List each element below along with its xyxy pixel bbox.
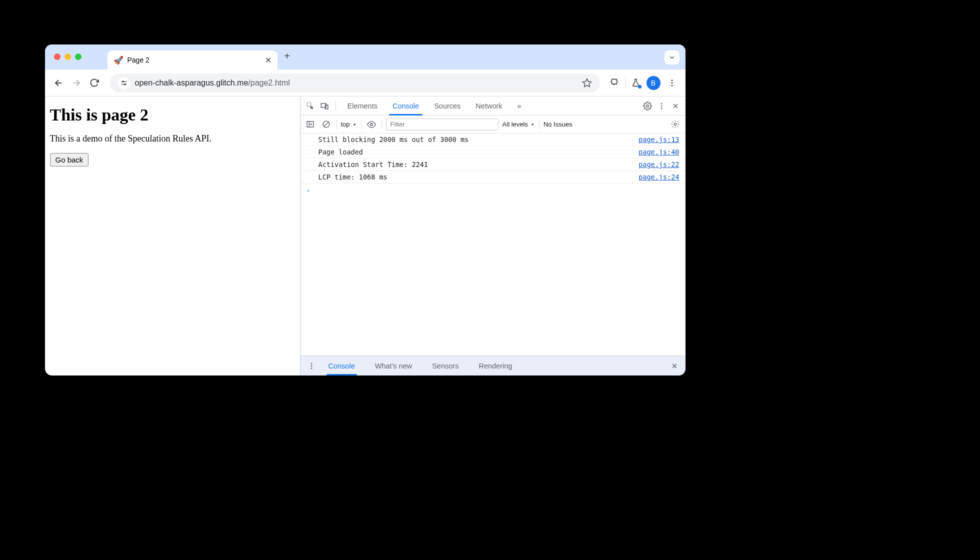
drawer-tab-whatsnew[interactable]: What's new	[366, 356, 422, 376]
svg-point-14	[660, 103, 662, 104]
star-icon	[582, 78, 592, 88]
forward-button[interactable]	[70, 76, 83, 90]
svg-point-28	[310, 365, 312, 366]
console-source-link[interactable]: page.js:22	[638, 160, 679, 168]
log-levels-selector[interactable]: All levels	[502, 120, 535, 128]
svg-rect-19	[307, 122, 314, 127]
console-source-link[interactable]: page.js:13	[638, 136, 679, 144]
svg-point-9	[671, 84, 672, 86]
chevron-down-icon	[668, 54, 676, 61]
browser-toolbar: open-chalk-asparagus.glitch.me/page2.htm…	[45, 70, 686, 96]
window-maximize-button[interactable]	[75, 54, 82, 60]
svg-point-8	[671, 82, 672, 84]
drawer-tab-rendering[interactable]: Rendering	[470, 356, 521, 376]
address-bar[interactable]: open-chalk-asparagus.glitch.me/page2.htm…	[110, 74, 600, 92]
console-row: Still blocking 2000 ms out of 3000 ms pa…	[300, 134, 686, 146]
console-source-link[interactable]: page.js:40	[638, 148, 679, 156]
browser-tab[interactable]: 🚀 Page 2 ✕	[108, 50, 278, 70]
tabs-dropdown-button[interactable]	[664, 50, 680, 64]
clear-console-button[interactable]	[320, 118, 332, 130]
tab-close-icon[interactable]: ✕	[265, 56, 272, 65]
close-icon	[670, 362, 678, 370]
console-message: Page loaded	[318, 148, 639, 156]
console-source-link[interactable]: page.js:24	[638, 173, 679, 181]
svg-point-26	[674, 123, 676, 125]
browser-menu-button[interactable]	[666, 76, 678, 90]
toolbar-divider	[625, 78, 626, 88]
svg-rect-10	[307, 102, 311, 106]
drawer-menu-button[interactable]	[306, 360, 318, 372]
bookmark-button[interactable]	[582, 78, 592, 88]
reload-button[interactable]	[88, 76, 101, 90]
svg-point-7	[671, 80, 672, 81]
kebab-icon	[308, 362, 316, 370]
tab-console[interactable]: Console	[386, 96, 426, 115]
go-back-button[interactable]: Go back	[50, 153, 89, 166]
window-minimize-button[interactable]	[64, 54, 71, 60]
inspect-element-button[interactable]	[304, 100, 316, 112]
tab-network[interactable]: Network	[469, 96, 508, 115]
site-settings-icon[interactable]	[118, 77, 130, 89]
toggle-sidebar-button[interactable]	[304, 118, 316, 130]
drawer-close-button[interactable]	[668, 360, 680, 372]
console-prompt[interactable]: ›	[300, 184, 686, 197]
issues-status[interactable]: No Issues	[544, 120, 572, 128]
triangle-down-icon	[352, 122, 357, 127]
back-button[interactable]	[52, 76, 65, 90]
console-filter-input[interactable]	[386, 118, 498, 130]
svg-point-16	[660, 108, 662, 109]
context-selector[interactable]: top	[341, 120, 357, 128]
devtools-panel: Elements Console Sources Network »	[300, 96, 686, 376]
console-settings-button[interactable]	[670, 118, 682, 130]
levels-label: All levels	[502, 120, 528, 128]
browser-window: 🚀 Page 2 ✕ + open-chalk-asparagus.glitch…	[45, 44, 686, 376]
console-row: Page loaded page.js:40	[300, 146, 686, 158]
extensions-button[interactable]	[609, 78, 620, 88]
eye-icon	[367, 120, 376, 129]
svg-point-15	[660, 105, 662, 106]
content-area: This is page 2 This is a demo of the Spe…	[45, 96, 686, 376]
context-label: top	[341, 120, 350, 128]
new-tab-button[interactable]: +	[284, 50, 290, 62]
traffic-lights	[54, 54, 82, 60]
drawer-tab-sensors[interactable]: Sensors	[423, 356, 468, 376]
tab-elements[interactable]: Elements	[341, 96, 384, 115]
tab-favicon: 🚀	[114, 56, 124, 65]
tune-icon	[120, 79, 128, 87]
console-row: Activation Start Time: 2241 page.js:22	[300, 158, 686, 171]
svg-point-13	[646, 104, 648, 107]
console-message: LCP time: 1068 ms	[318, 173, 639, 181]
url-host: open-chalk-asparagus.glitch.me	[135, 78, 248, 87]
profile-avatar[interactable]: B	[646, 76, 660, 90]
svg-point-4	[122, 81, 124, 82]
svg-marker-6	[582, 78, 591, 86]
devtools-menu-button[interactable]	[656, 100, 668, 112]
svg-point-27	[310, 363, 312, 364]
live-expression-button[interactable]	[366, 118, 378, 130]
arrow-right-icon	[72, 78, 82, 88]
notification-dot-icon	[638, 85, 642, 88]
console-row: LCP time: 1068 ms page.js:24	[300, 171, 686, 184]
drawer-tab-console[interactable]: Console	[320, 356, 364, 376]
url-path: /page2.html	[248, 78, 290, 87]
svg-point-29	[310, 368, 312, 369]
puzzle-icon	[610, 78, 619, 88]
more-tabs-button[interactable]: »	[511, 96, 528, 115]
svg-point-24	[370, 123, 372, 126]
gear-icon	[643, 102, 652, 110]
devtools-close-button[interactable]	[670, 100, 682, 112]
reload-icon	[90, 78, 99, 88]
console-output: Still blocking 2000 ms out of 3000 ms pa…	[300, 134, 686, 356]
tab-title: Page 2	[128, 56, 150, 64]
experiments-button[interactable]	[630, 78, 642, 88]
devtools-settings-button[interactable]	[642, 100, 654, 112]
divider	[382, 120, 382, 130]
console-message: Activation Start Time: 2241	[318, 160, 639, 168]
svg-marker-25	[531, 124, 534, 125]
tab-sources[interactable]: Sources	[428, 96, 467, 115]
svg-line-22	[324, 122, 329, 127]
window-close-button[interactable]	[54, 54, 60, 60]
device-toolbar-button[interactable]	[318, 100, 330, 112]
inspect-icon	[306, 102, 315, 110]
avatar-initial: B	[651, 79, 656, 87]
